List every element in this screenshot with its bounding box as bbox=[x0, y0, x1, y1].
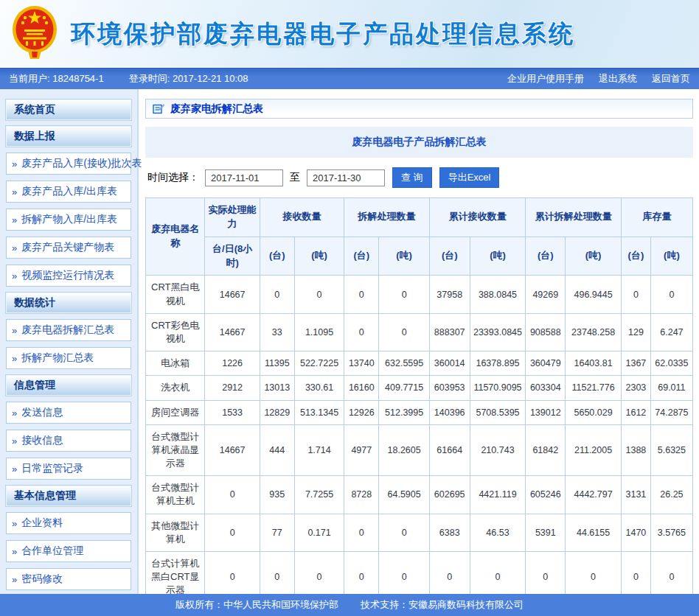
data-cell: 37958 bbox=[429, 276, 470, 313]
date-from-input[interactable] bbox=[205, 169, 283, 186]
userbar-link[interactable]: 返回首页 bbox=[652, 72, 690, 85]
unit-dun: (吨) bbox=[379, 237, 430, 276]
sidebar-menu: 系统首页数据上报»废弃产品入库(接收)批次表»废弃产品入库/出库表»拆解产物入库… bbox=[0, 89, 139, 594]
search-button[interactable]: 查 询 bbox=[392, 167, 432, 188]
sidebar-item-label: 日常监管记录 bbox=[21, 462, 83, 475]
data-cell: 908588 bbox=[526, 313, 566, 351]
data-cell: 5.6325 bbox=[650, 424, 692, 476]
sidebar-item[interactable]: »企业资料 bbox=[6, 512, 131, 534]
data-cell: 7.7255 bbox=[294, 476, 344, 514]
data-cell: 49269 bbox=[526, 276, 566, 313]
data-cell: 12829 bbox=[260, 400, 294, 424]
data-cell: 6383 bbox=[429, 514, 470, 551]
unit-tai: (台) bbox=[260, 237, 294, 276]
data-cell: 360014 bbox=[429, 351, 470, 376]
data-cell: 18.2605 bbox=[379, 424, 430, 476]
sidebar-item[interactable]: »日常监管记录 bbox=[6, 458, 131, 480]
row-label: 房间空调器 bbox=[146, 400, 205, 424]
double-chevron-icon: » bbox=[12, 353, 17, 364]
filter-bar: 时间选择： 至 查 询 导出Excel bbox=[147, 167, 693, 188]
sidebar-item[interactable]: »合作单位管理 bbox=[6, 540, 131, 562]
data-cell: 0.171 bbox=[294, 514, 344, 551]
row-label: CRT彩色电视机 bbox=[146, 313, 205, 351]
sidebar-item[interactable]: »接收信息 bbox=[6, 430, 131, 452]
sidebar-item-label: 合作单位管理 bbox=[21, 545, 83, 558]
sidebar-item[interactable]: »废弃产品关键产物表 bbox=[6, 237, 131, 259]
login-time: 登录时间: 2017-12-21 10:08 bbox=[129, 72, 248, 85]
sidebar-item[interactable]: »废弃电器拆解汇总表 bbox=[6, 319, 131, 341]
page-footer: 版权所有：中华人民共和国环境保护部 技术支持：安徽易商数码科技有限公司 bbox=[0, 594, 699, 616]
userbar-links: 企业用户使用手册退出系统返回首页 bbox=[507, 72, 690, 85]
row-label: 台式微型计算机液晶显示器 bbox=[146, 424, 205, 476]
double-chevron-icon: » bbox=[12, 518, 17, 529]
data-cell: 0 bbox=[344, 276, 379, 313]
sidebar-item-label: 发送信息 bbox=[21, 406, 63, 419]
sidebar-item[interactable]: »废弃产品入库(接收)批次表 bbox=[6, 153, 131, 175]
unit-tai: (台) bbox=[429, 237, 470, 276]
sidebar-item[interactable]: »拆解产物汇总表 bbox=[6, 347, 131, 369]
data-cell: 3131 bbox=[622, 476, 651, 514]
sidebar-section-header[interactable]: 信息管理 bbox=[6, 375, 131, 396]
data-cell: 26.25 bbox=[650, 476, 692, 514]
breadcrumb: 废弃家电拆解汇总表 bbox=[145, 99, 693, 119]
double-chevron-icon: » bbox=[12, 242, 17, 253]
double-chevron-icon: » bbox=[12, 214, 17, 225]
data-cell: 1226 bbox=[205, 351, 260, 376]
sidebar-section-header[interactable]: 系统首页 bbox=[6, 99, 131, 120]
sidebar-item-label: 接收信息 bbox=[21, 434, 63, 447]
col-group-cumulative-received: 累计接收数量 bbox=[429, 198, 526, 237]
data-cell: 605246 bbox=[526, 476, 566, 514]
page-title: 废弃家电拆解汇总表 bbox=[170, 102, 263, 116]
double-chevron-icon: » bbox=[12, 325, 17, 336]
sidebar-item[interactable]: »视频监控运行情况表 bbox=[6, 265, 131, 287]
unit-dun: (吨) bbox=[566, 237, 622, 276]
userbar-link[interactable]: 退出系统 bbox=[599, 72, 637, 85]
col-group-inventory: 库存量 bbox=[622, 198, 693, 237]
data-cell: 496.9445 bbox=[566, 276, 622, 313]
data-cell: 129 bbox=[622, 313, 651, 351]
data-cell: 44.6155 bbox=[566, 514, 622, 551]
col-header-appliance-name: 废弃电器名称 bbox=[146, 198, 205, 276]
data-cell: 935 bbox=[260, 476, 294, 514]
form-edit-icon bbox=[153, 103, 164, 115]
data-cell: 6.247 bbox=[650, 313, 692, 351]
data-cell: 23393.0845 bbox=[470, 313, 526, 351]
sidebar-section-header[interactable]: 数据上报 bbox=[6, 126, 131, 147]
data-cell: 14667 bbox=[205, 276, 260, 313]
sidebar-item[interactable]: »密码修改 bbox=[6, 568, 131, 590]
data-cell: 1388 bbox=[622, 424, 651, 476]
double-chevron-icon: » bbox=[12, 546, 17, 557]
table-row: 电冰箱122611395522.722513740632.55953600141… bbox=[146, 351, 693, 376]
sidebar-item[interactable]: »拆解产物入库/出库表 bbox=[6, 209, 131, 231]
sidebar-item-label: 废弃电器拆解汇总表 bbox=[21, 323, 114, 337]
sidebar-item[interactable]: »废弃产品入库/出库表 bbox=[6, 181, 131, 203]
sidebar-item-label: 废弃产品关键产物表 bbox=[21, 241, 114, 254]
date-to-input[interactable] bbox=[307, 169, 385, 186]
data-cell: 62.0335 bbox=[650, 351, 692, 376]
sidebar-section-header[interactable]: 数据统计 bbox=[6, 293, 131, 313]
data-cell: 0 bbox=[344, 514, 379, 551]
double-chevron-icon: » bbox=[12, 270, 17, 281]
data-cell: 512.3995 bbox=[379, 400, 430, 424]
export-excel-button[interactable]: 导出Excel bbox=[439, 167, 500, 188]
table-title: 废弃电器电子产品拆解汇总表 bbox=[145, 127, 693, 158]
data-cell: 210.743 bbox=[470, 424, 526, 476]
date-to-label: 至 bbox=[290, 171, 300, 184]
double-chevron-icon: » bbox=[12, 407, 17, 419]
sidebar-item-label: 拆解产物汇总表 bbox=[21, 351, 94, 365]
data-cell: 1.714 bbox=[294, 424, 344, 476]
row-label: 台式微型计算机主机 bbox=[146, 476, 205, 514]
data-cell: 16378.895 bbox=[470, 351, 526, 376]
sidebar-item-label: 视频监控运行情况表 bbox=[21, 269, 114, 282]
data-cell: 0 bbox=[379, 276, 430, 313]
data-cell: 74.2875 bbox=[650, 400, 692, 424]
userbar-link[interactable]: 企业用户使用手册 bbox=[507, 72, 584, 85]
data-cell: 1533 bbox=[205, 400, 260, 424]
col-group-received: 接收数量 bbox=[260, 198, 344, 237]
sidebar-section-header[interactable]: 基本信息管理 bbox=[6, 486, 131, 506]
sidebar-item[interactable]: »发送信息 bbox=[6, 402, 131, 424]
data-cell: 3.5765 bbox=[650, 514, 692, 551]
content-area: 系统首页数据上报»废弃产品入库(接收)批次表»废弃产品入库/出库表»拆解产物入库… bbox=[0, 89, 699, 594]
data-cell: 12926 bbox=[344, 400, 379, 424]
data-cell: 2303 bbox=[622, 376, 651, 400]
